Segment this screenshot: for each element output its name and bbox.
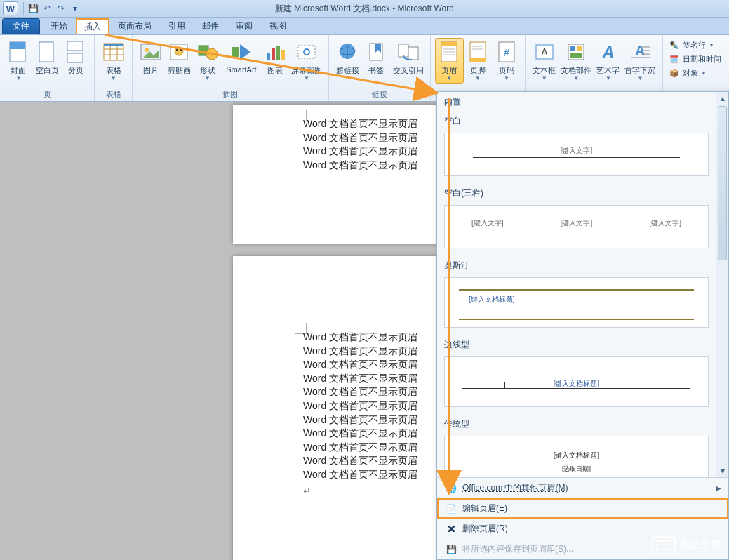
hyperlink-button[interactable]: 超链接 <box>333 38 362 78</box>
gallery-scrollbar[interactable]: ▴ ▾ <box>716 92 728 477</box>
chevron-down-icon: ▼ <box>111 76 116 81</box>
scroll-down-icon[interactable]: ▾ <box>716 465 728 477</box>
quickparts-button[interactable]: 文档部件 ▼ <box>559 38 594 84</box>
textbox-button[interactable]: A 文本框 ▼ <box>530 38 559 84</box>
picture-icon <box>139 40 163 64</box>
gallery-item-austin[interactable]: [键入文档标题] <box>444 277 709 328</box>
group-label: 表格 <box>95 88 131 101</box>
tab-file-label: 文件 <box>13 20 29 32</box>
button-label: 交叉引用 <box>393 65 424 76</box>
button-label: 空白页 <box>36 65 59 76</box>
smartart-button[interactable]: SmartArt <box>222 38 261 76</box>
dropcap-icon: A <box>628 40 652 64</box>
sideline-preview: [键入文档标题] <box>462 388 690 389</box>
datetime-button[interactable]: 🗓️ 日期和时间 <box>669 53 723 65</box>
app-menu-button[interactable]: W <box>3 1 18 15</box>
button-label: 分页 <box>68 65 83 76</box>
page-content[interactable]: Word 文档首页不显示页眉Word 文档首页不显示页眉Word 文档首页不显示… <box>303 117 417 172</box>
chart-icon <box>263 40 287 64</box>
cover-page-button[interactable]: 封面 ▼ <box>4 38 33 84</box>
chevron-right-icon: ▶ <box>716 484 721 492</box>
chevron-down-icon: ▼ <box>475 76 481 81</box>
more-headers-office[interactable]: 🌐 Office.com 中的其他页眉(M) ▶ <box>437 478 728 498</box>
smartart-icon <box>229 40 253 64</box>
redo-icon[interactable]: ↷ <box>55 2 67 15</box>
blank-page-button[interactable]: 空白页 <box>33 38 62 78</box>
word-letter: W <box>6 4 15 14</box>
svg-rect-19 <box>232 47 239 57</box>
table-button[interactable]: 表格 ▼ <box>99 38 127 84</box>
gallery-item-title: 边线型 <box>437 335 716 354</box>
page-break-icon <box>64 40 88 64</box>
tab-label: 审阅 <box>236 20 253 32</box>
tab-home[interactable]: 开始 <box>42 18 76 34</box>
chevron-down-icon: ▼ <box>504 76 509 81</box>
gallery-item-title: 奥斯汀 <box>437 255 716 274</box>
button-label: 页脚 <box>470 65 486 76</box>
gallery-item-blank-three[interactable]: [键入文字] [键入文字] [键入文字] <box>444 205 709 248</box>
shapes-icon <box>196 40 220 64</box>
tab-pagelayout[interactable]: 页面布局 <box>109 18 160 34</box>
scroll-up-icon[interactable]: ▴ <box>716 92 728 105</box>
button-label: 超链接 <box>336 65 359 76</box>
svg-rect-40 <box>470 58 486 62</box>
textbox-icon: A <box>533 40 556 64</box>
button-label: 图表 <box>267 65 283 76</box>
page-content[interactable]: Word 文档首页不显示页眉Word 文档首页不显示页眉Word 文档首页不显示… <box>303 331 417 498</box>
tab-file[interactable]: 文件 <box>2 18 40 34</box>
tab-view[interactable]: 视图 <box>261 18 295 34</box>
pagenumber-button[interactable]: # 页码 ▼ <box>492 38 521 84</box>
footer-button[interactable]: 页脚 ▼ <box>464 38 493 84</box>
wordart-button[interactable]: A 艺术字 ▼ <box>594 38 622 84</box>
qat-separator <box>23 2 24 15</box>
signature-button[interactable]: ✒️ 签名行▾ <box>669 39 723 51</box>
button-label: 对象 <box>683 68 698 79</box>
undo-icon[interactable]: ↶ <box>41 2 53 15</box>
tab-label: 引用 <box>168 20 185 32</box>
button-label: 封面 <box>11 65 26 76</box>
placeholder-text: [键入文字] <box>561 146 593 156</box>
object-button[interactable]: 📦 对象▾ <box>669 67 723 79</box>
edit-header[interactable]: 📄 编辑页眉(E) <box>437 498 728 519</box>
watermark-text: 系统之家 <box>680 539 722 552</box>
save-icon[interactable]: 💾 <box>27 2 39 15</box>
chevron-down-icon: ▼ <box>637 76 643 81</box>
gallery-item-title: 空白 <box>437 111 716 130</box>
pagenumber-icon: # <box>495 40 519 64</box>
shapes-button[interactable]: 形状 ▼ <box>194 38 222 84</box>
preview-line <box>473 157 680 158</box>
dropcap-button[interactable]: A 首字下沉 ▼ <box>622 38 657 84</box>
group-tables: 表格 ▼ 表格 <box>95 35 132 101</box>
clipart-icon <box>167 40 191 64</box>
tab-label: 页面布局 <box>118 20 152 32</box>
bookmark-button[interactable]: 书签 <box>362 38 391 78</box>
group-label: 页 <box>0 88 94 101</box>
tab-review[interactable]: 审阅 <box>227 18 261 34</box>
gallery-item-traditional[interactable]: [键入文档标题] [选取日期] <box>444 436 709 477</box>
datetime-icon: 🗓️ <box>669 53 680 65</box>
page-break-button[interactable]: 分页 <box>62 38 91 78</box>
tab-references[interactable]: 引用 <box>160 18 194 34</box>
chart-button[interactable]: 图表 <box>261 38 289 78</box>
chevron-down-icon: ▼ <box>446 76 452 81</box>
gallery-item-blank[interactable]: [键入文字] <box>444 133 709 176</box>
svg-rect-4 <box>67 53 83 62</box>
gallery-item-sideline[interactable]: [键入文档标题] <box>444 356 709 407</box>
svg-rect-33 <box>408 47 418 60</box>
clipart-button[interactable]: 剪贴画 <box>165 38 193 78</box>
qat-customize-icon[interactable]: ▾ <box>69 2 81 15</box>
svg-text:#: # <box>504 47 509 58</box>
bookmark-icon <box>364 40 388 64</box>
tab-mailings[interactable]: 邮件 <box>194 18 227 34</box>
tab-insert[interactable]: 插入 <box>76 18 109 34</box>
scrollbar-thumb[interactable] <box>718 106 727 260</box>
crossref-button[interactable]: 交叉引用 <box>391 38 426 78</box>
header-button[interactable]: 页眉 ▼ <box>435 38 464 84</box>
svg-rect-2 <box>39 42 53 62</box>
watermark: 系统之家 <box>652 536 722 554</box>
button-label: 文本框 <box>533 65 556 76</box>
button-label: 页眉 <box>441 65 457 76</box>
screenshot-button[interactable]: 屏幕截图 ▼ <box>289 38 323 84</box>
menu-item-label: Office.com 中的其他页眉(M) <box>462 482 568 494</box>
picture-button[interactable]: 图片 <box>137 38 165 78</box>
